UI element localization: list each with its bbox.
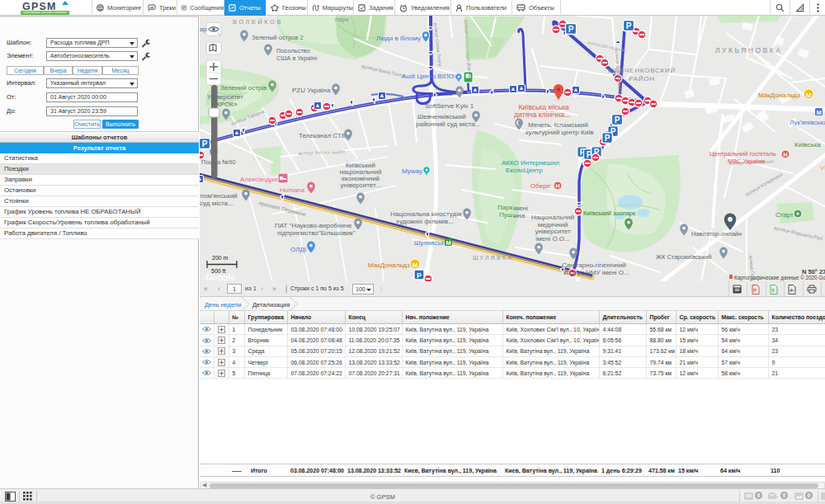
svg-text:M: M (446, 239, 450, 247)
svg-text:H: H (783, 152, 787, 158)
svg-text:ЛУКЬЯНОВКА: ЛУКЬЯНОВКА (715, 46, 782, 54)
svg-text:Шевченківський: Шевченківський (417, 113, 466, 120)
svg-text:Центральний госпіталь: Центральний госпіталь (710, 150, 776, 158)
svg-text:Телеканал СТБ: Телеканал СТБ (299, 132, 346, 139)
svg-text:P: P (615, 115, 620, 125)
svg-text:Оберіг: Оберіг (530, 182, 550, 190)
svg-text:Шулявська: Шулявська (414, 239, 448, 247)
svg-text:ЕкспоЦентр: ЕкспоЦентр (506, 167, 543, 174)
svg-text:ВОЛЕЙКОВ: ВОЛЕЙКОВ (233, 18, 283, 26)
svg-text:Лук'янівська: Лук'янівська (790, 119, 825, 126)
svg-text:Myway: Myway (402, 167, 422, 175)
svg-text:підприємство"Більшовик": підприємство"Більшовик" (277, 229, 356, 237)
svg-text:художніх фільмів...: художніх фільмів... (396, 218, 454, 225)
svg-text:Пошта №90: Пошта №90 (201, 158, 236, 166)
svg-text:Санітарно-гігієнічний: Санітарно-гігієнічний (562, 261, 626, 269)
svg-text:РАЙОН: РАЙОН (629, 75, 655, 82)
svg-text:Національна кіностудія: Національна кіностудія (390, 210, 461, 218)
svg-text:P: P (753, 288, 757, 293)
svg-text:Александрія: Александрія (240, 176, 278, 183)
svg-text:МакДональдз: МакДональдз (758, 92, 800, 99)
svg-text:P: P (202, 139, 208, 148)
svg-text:кіна: кіна (513, 212, 526, 219)
svg-text:PZU Україна: PZU Україна (292, 87, 331, 94)
svg-text:ШУЛЯВКА: ШУЛЯВКА (473, 255, 513, 261)
svg-text:АККО Интернешнл: АККО Интернешнл (502, 159, 559, 167)
svg-text:VI: VI (820, 164, 825, 172)
svg-text:P: P (626, 21, 632, 31)
svg-text:Зеленый остров 2: Зеленый остров 2 (252, 34, 304, 41)
svg-text:МакДональдз: МакДональдз (368, 261, 410, 269)
svg-text:x: x (771, 287, 775, 293)
svg-text:університет: університет (535, 228, 570, 235)
svg-text:імені: імені (513, 205, 528, 212)
svg-text:Київська: Київська (794, 141, 821, 148)
svg-text:Старт: Старт (776, 211, 794, 219)
svg-text:Google: Google (205, 272, 235, 282)
svg-text:SoftServe Kyiv 1: SoftServe Kyiv 1 (425, 102, 474, 110)
svg-text:P: P (605, 134, 610, 143)
svg-text:Парк: Парк (497, 204, 513, 211)
svg-text:Навігатор-онлайн: Навігатор-онлайн (691, 230, 742, 238)
svg-text:M: M (412, 261, 418, 269)
svg-text:університет...: університет... (341, 181, 381, 189)
svg-text:Посольство: Посольство (276, 47, 310, 54)
svg-text:імені О.О...: імені О.О... (535, 235, 569, 243)
svg-text:M: M (806, 92, 812, 99)
svg-text:Humana: Humana (280, 186, 305, 194)
svg-text:лом'янський: лом'янський (200, 192, 238, 200)
svg-text:ПАТ "Науково-виробниче: ПАТ "Науково-виробниче (275, 222, 352, 229)
svg-text:ар: ар (200, 26, 206, 33)
svg-text:Київський зоопарк: Київський зоопарк (583, 210, 636, 217)
svg-text:Картографические данные © 2020: Картографические данные © 2020 Goo (734, 275, 825, 281)
svg-text:Мечеть, Ісламський: Мечеть, Ісламський (528, 121, 588, 129)
svg-text:Національний: Національний (531, 214, 574, 221)
svg-text:дитяча клінічна...: дитяча клінічна... (514, 111, 570, 119)
svg-text:P: P (568, 25, 574, 34)
svg-text:200 m: 200 m (212, 255, 229, 261)
svg-text:Audi Центр ВІПОС: Audi Центр ВІПОС (402, 73, 459, 80)
svg-text:парк: парк (335, 16, 349, 23)
svg-text:культурний центр Київ: культурний центр Київ (526, 129, 594, 136)
svg-text:корпус НМУ імені О...: корпус НМУ імені О... (563, 269, 629, 276)
svg-text:Люди в білому: Люди в білому (376, 35, 421, 42)
svg-text:районний суд міста...: районний суд міста... (416, 120, 480, 128)
svg-text:P: P (417, 271, 422, 280)
svg-text:M: M (816, 109, 821, 116)
svg-text:ЖК Старокиївський: ЖК Старокиївський (656, 253, 711, 261)
svg-text:суд міста...: суд міста... (200, 200, 233, 207)
svg-text:США в Україні: США в Україні (276, 54, 318, 62)
svg-text:МВС України: МВС України (728, 158, 765, 165)
svg-text:Зелений острів: Зелений острів (220, 84, 266, 92)
svg-text:H: H (555, 183, 559, 189)
svg-text:ОЛДІ: ОЛДІ (290, 246, 306, 253)
